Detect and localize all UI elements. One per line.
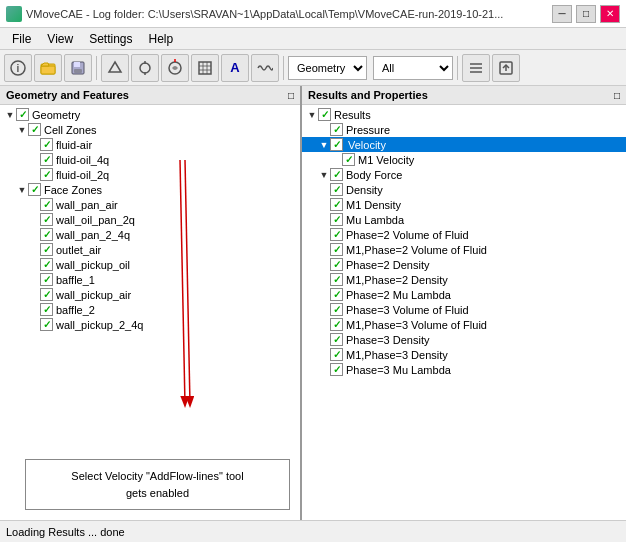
checkbox-fluid-air[interactable] (40, 138, 53, 151)
info-button[interactable]: i (4, 54, 32, 82)
tree-item-wall-oil-pan-2q[interactable]: wall_oil_pan_2q (0, 212, 300, 227)
checkbox-wall-pickup-2-4q[interactable] (40, 318, 53, 331)
tree-item-cell-zones[interactable]: Cell Zones (0, 122, 300, 137)
menu-view[interactable]: View (39, 30, 81, 48)
tree-item-wall-pan-air[interactable]: wall_pan_air (0, 197, 300, 212)
checkbox-phase2-density[interactable] (330, 258, 343, 271)
checkbox-phase3-density[interactable] (330, 333, 343, 346)
list-view-button[interactable] (462, 54, 490, 82)
checkbox-phase3-mu-lambda[interactable] (330, 363, 343, 376)
tree-arrow-cell-zones[interactable] (16, 124, 28, 136)
tree-item-mu-lambda[interactable]: Mu Lambda (302, 212, 626, 227)
text-button[interactable]: A (221, 54, 249, 82)
tree-item-phase2-vol[interactable]: Phase=2 Volume of Fluid (302, 227, 626, 242)
tree-item-m1-phase2-vol[interactable]: M1,Phase=2 Volume of Fluid (302, 242, 626, 257)
checkbox-wall-pan-air[interactable] (40, 198, 53, 211)
tree-label-wall-pan-2-4q: wall_pan_2_4q (56, 229, 130, 241)
checkbox-cell-zones[interactable] (28, 123, 41, 136)
tree-item-geometry[interactable]: Geometry (0, 107, 300, 122)
checkbox-fluid-oil-2q[interactable] (40, 168, 53, 181)
tree-item-fluid-oil-2q[interactable]: fluid-oil_2q (0, 167, 300, 182)
checkbox-face-zones[interactable] (28, 183, 41, 196)
checkbox-m1-phase3-vol[interactable] (330, 318, 343, 331)
checkbox-m1-phase2-vol[interactable] (330, 243, 343, 256)
checkbox-m1-phase2-density[interactable] (330, 273, 343, 286)
tree-arrow-body-force[interactable] (318, 169, 330, 181)
tree-arrow-face-zones[interactable] (16, 184, 28, 196)
checkbox-body-force[interactable] (330, 168, 343, 181)
menu-settings[interactable]: Settings (81, 30, 140, 48)
left-panel-collapse[interactable]: □ (288, 90, 294, 101)
tree-item-m1-phase3-density[interactable]: M1,Phase=3 Density (302, 347, 626, 362)
toolbar-sep-2 (283, 56, 284, 80)
tree-item-phase2-mu-lambda[interactable]: Phase=2 Mu Lambda (302, 287, 626, 302)
tree-item-pressure[interactable]: Pressure (302, 122, 626, 137)
tree-item-body-force[interactable]: Body Force (302, 167, 626, 182)
checkbox-phase2-mu-lambda[interactable] (330, 288, 343, 301)
checkbox-outlet-air[interactable] (40, 243, 53, 256)
geometry-button[interactable] (101, 54, 129, 82)
menu-help[interactable]: Help (141, 30, 182, 48)
tree-item-density[interactable]: Density (302, 182, 626, 197)
flow-button[interactable] (161, 54, 189, 82)
close-button[interactable]: ✕ (600, 5, 620, 23)
app-icon (6, 6, 22, 22)
checkbox-mu-lambda[interactable] (330, 213, 343, 226)
checkbox-wall-pickup-oil[interactable] (40, 258, 53, 271)
tree-item-fluid-oil-4q[interactable]: fluid-oil_4q (0, 152, 300, 167)
tree-item-face-zones[interactable]: Face Zones (0, 182, 300, 197)
tree-item-velocity[interactable]: Velocity (302, 137, 626, 152)
geometry-dropdown[interactable]: Geometry (288, 56, 367, 80)
checkbox-baffle-2[interactable] (40, 303, 53, 316)
tree-item-m1-phase2-density[interactable]: M1,Phase=2 Density (302, 272, 626, 287)
select-button[interactable] (131, 54, 159, 82)
save-button[interactable] (64, 54, 92, 82)
tree-item-outlet-air[interactable]: outlet_air (0, 242, 300, 257)
tree-item-m1-velocity[interactable]: M1 Velocity (302, 152, 626, 167)
right-panel-collapse[interactable]: □ (614, 90, 620, 101)
checkbox-wall-pan-2-4q[interactable] (40, 228, 53, 241)
tree-item-wall-pan-2-4q[interactable]: wall_pan_2_4q (0, 227, 300, 242)
checkbox-wall-oil-pan-2q[interactable] (40, 213, 53, 226)
checkbox-phase3-vol[interactable] (330, 303, 343, 316)
tree-item-phase3-mu-lambda[interactable]: Phase=3 Mu Lambda (302, 362, 626, 377)
all-dropdown[interactable]: All (373, 56, 453, 80)
tree-arrow-results[interactable] (306, 109, 318, 121)
tree-item-results[interactable]: Results (302, 107, 626, 122)
tree-item-phase3-density[interactable]: Phase=3 Density (302, 332, 626, 347)
checkbox-density[interactable] (330, 183, 343, 196)
status-bar: Loading Results ... done (0, 520, 626, 542)
tree-item-fluid-air[interactable]: fluid-air (0, 137, 300, 152)
checkbox-phase2-vol[interactable] (330, 228, 343, 241)
tree-item-phase2-density[interactable]: Phase=2 Density (302, 257, 626, 272)
maximize-button[interactable]: □ (576, 5, 596, 23)
checkbox-velocity[interactable] (330, 138, 343, 151)
checkbox-m1-density[interactable] (330, 198, 343, 211)
tree-arrow-geometry[interactable] (4, 109, 16, 121)
tree-item-m1-density[interactable]: M1 Density (302, 197, 626, 212)
tree-label-pressure: Pressure (346, 124, 390, 136)
tree-item-baffle-1[interactable]: baffle_1 (0, 272, 300, 287)
tree-item-m1-phase3-vol[interactable]: M1,Phase=3 Volume of Fluid (302, 317, 626, 332)
mesh-button[interactable] (191, 54, 219, 82)
checkbox-baffle-1[interactable] (40, 273, 53, 286)
tree-item-baffle-2[interactable]: baffle_2 (0, 302, 300, 317)
checkbox-wall-pickup-air[interactable] (40, 288, 53, 301)
tree-arrow-velocity[interactable] (318, 139, 330, 151)
export-button[interactable] (492, 54, 520, 82)
tree-item-phase3-vol[interactable]: Phase=3 Volume of Fluid (302, 302, 626, 317)
tree-item-wall-pickup-air[interactable]: wall_pickup_air (0, 287, 300, 302)
checkbox-results[interactable] (318, 108, 331, 121)
tree-label-m1-velocity: M1 Velocity (358, 154, 414, 166)
tree-item-wall-pickup-oil[interactable]: wall_pickup_oil (0, 257, 300, 272)
tree-item-wall-pickup-2-4q[interactable]: wall_pickup_2_4q (0, 317, 300, 332)
checkbox-geometry[interactable] (16, 108, 29, 121)
checkbox-pressure[interactable] (330, 123, 343, 136)
open-button[interactable] (34, 54, 62, 82)
checkbox-m1-velocity[interactable] (342, 153, 355, 166)
checkbox-m1-phase3-density[interactable] (330, 348, 343, 361)
wave-button[interactable] (251, 54, 279, 82)
checkbox-fluid-oil-4q[interactable] (40, 153, 53, 166)
menu-file[interactable]: File (4, 30, 39, 48)
minimize-button[interactable]: ─ (552, 5, 572, 23)
